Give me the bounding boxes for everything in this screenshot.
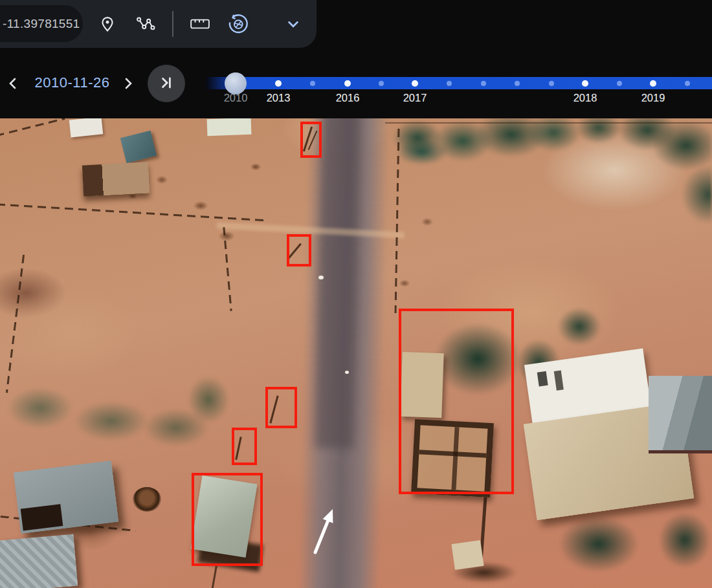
timeline-year-label: 2017 xyxy=(403,92,427,104)
chevron-down-icon xyxy=(285,16,302,34)
timeline-handle[interactable] xyxy=(225,72,247,94)
timeline-date-dot[interactable] xyxy=(481,81,486,86)
add-path-button[interactable] xyxy=(133,12,158,37)
terrain-building-shadow xyxy=(21,504,63,530)
annotation-red-box xyxy=(399,309,514,494)
terrain-object xyxy=(451,540,484,570)
timeline-year-label: 2016 xyxy=(336,92,360,104)
annotation-red-box xyxy=(265,387,297,428)
timeline-date-dot[interactable] xyxy=(412,80,418,87)
timeline-date-dot[interactable] xyxy=(549,81,554,86)
terrain-roof-detail xyxy=(554,371,564,391)
historical-imagery-timeline: 2010-11-26 201020132016201720182019 xyxy=(0,48,712,118)
toolbar-expand-button[interactable] xyxy=(281,12,306,37)
historical-imagery-button[interactable] xyxy=(226,12,250,37)
timeline-date-dot[interactable] xyxy=(310,81,315,86)
timeline-date-dot[interactable] xyxy=(344,80,351,87)
timeline-year-label: 2018 xyxy=(573,92,597,104)
terrain-roof-detail xyxy=(537,371,548,387)
coordinates-value: -11.39781551 xyxy=(3,17,80,31)
google-earth-app: -11.39781551 xyxy=(0,0,712,588)
terrain-building xyxy=(649,376,712,453)
skip-to-latest-icon xyxy=(158,74,175,93)
terrain-building xyxy=(82,162,150,196)
path-nodes-icon xyxy=(136,15,155,35)
coordinates-display[interactable]: -11.39781551 xyxy=(0,5,83,42)
top-toolbar: -11.39781551 xyxy=(0,0,317,48)
annotation-red-box xyxy=(232,428,257,465)
timeline-date-dot[interactable] xyxy=(275,80,282,87)
timeline-date-dot[interactable] xyxy=(582,80,588,87)
toolbar-divider xyxy=(172,11,173,37)
timeline-track[interactable] xyxy=(206,77,712,89)
current-imagery-date[interactable]: 2010-11-26 xyxy=(28,74,116,91)
timeline-date-dot[interactable] xyxy=(617,81,622,86)
timeline-date-dot[interactable] xyxy=(515,81,520,86)
terrain-building xyxy=(207,118,252,136)
annotation-red-box xyxy=(192,473,263,566)
terrain-small-object xyxy=(345,371,349,374)
location-pin-icon xyxy=(98,15,117,35)
next-date-button[interactable] xyxy=(118,74,139,94)
chevron-right-icon xyxy=(120,76,136,93)
skip-to-latest-button[interactable] xyxy=(148,65,185,102)
timeline-date-dot[interactable] xyxy=(379,81,384,86)
ruler-icon xyxy=(190,16,210,34)
terrain-fence xyxy=(385,122,712,124)
annotation-red-box xyxy=(300,122,322,158)
timeline-date-dot[interactable] xyxy=(685,81,690,86)
chevron-left-icon xyxy=(5,76,21,93)
terrain-building xyxy=(0,534,78,588)
timeline-year-label: 2019 xyxy=(641,92,665,104)
history-globe-icon xyxy=(227,13,249,37)
annotation-red-box xyxy=(287,234,311,267)
previous-date-button[interactable] xyxy=(3,74,23,94)
terrain-building xyxy=(14,461,118,534)
add-placemark-button[interactable] xyxy=(95,12,120,37)
timeline-date-dot[interactable] xyxy=(650,80,656,87)
terrain-building xyxy=(69,118,104,138)
measure-button[interactable] xyxy=(188,12,212,37)
terrain-small-object xyxy=(318,276,324,279)
terrain-circular-feature xyxy=(133,487,161,512)
timeline-year-label: 2013 xyxy=(267,92,291,104)
satellite-map-view[interactable] xyxy=(0,118,712,588)
timeline-date-dot[interactable] xyxy=(447,81,452,86)
